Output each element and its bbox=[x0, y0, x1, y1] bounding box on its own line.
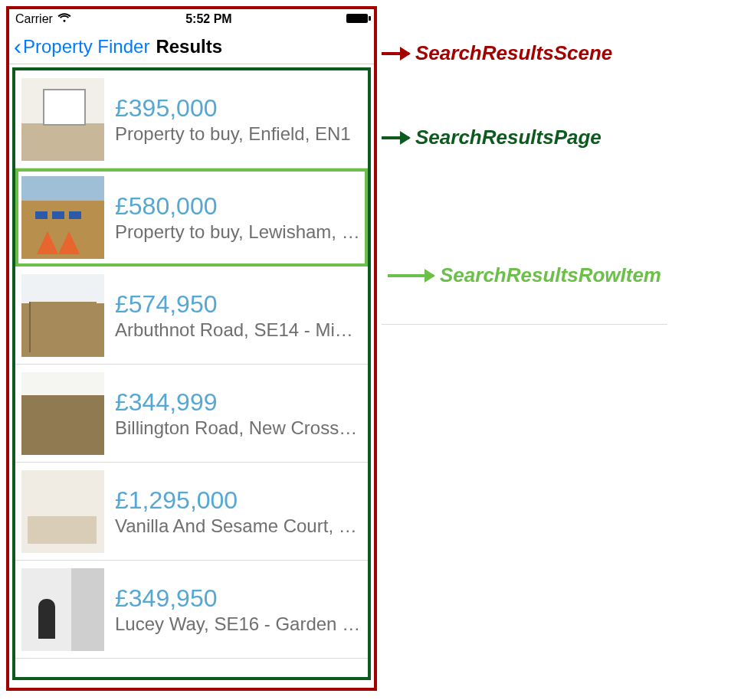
search-results-scene: Carrier 5:52 PM ‹ Property Finder Result… bbox=[6, 6, 377, 691]
status-bar: Carrier 5:52 PM bbox=[9, 9, 374, 29]
property-description: Arbuthnot Road, SE14 - Mid-terrace bbox=[115, 319, 362, 341]
wifi-icon bbox=[57, 12, 71, 26]
back-chevron-icon[interactable]: ‹ bbox=[14, 35, 21, 58]
property-thumbnail bbox=[21, 568, 104, 651]
search-results-row-item[interactable]: £344,999 Billington Road, New Cross, SE1… bbox=[15, 365, 368, 463]
property-thumbnail bbox=[21, 78, 104, 161]
property-thumbnail bbox=[21, 176, 104, 259]
clock: 5:52 PM bbox=[185, 12, 231, 26]
annotation-page: SearchResultsPage bbox=[382, 126, 602, 149]
property-description: Property to buy, Enfield, EN1 bbox=[115, 123, 362, 145]
search-results-row-item[interactable]: £1,295,000 Vanilla And Sesame Court, SE1 bbox=[15, 463, 368, 561]
annotation-scene: SearchResultsScene bbox=[382, 41, 612, 65]
arrow-right-icon bbox=[382, 136, 409, 139]
arrow-right-icon bbox=[382, 52, 409, 55]
arrow-right-icon bbox=[388, 274, 434, 277]
property-thumbnail bbox=[21, 470, 104, 553]
search-results-row-item[interactable]: £574,950 Arbuthnot Road, SE14 - Mid-terr… bbox=[15, 267, 368, 365]
property-thumbnail bbox=[21, 372, 104, 455]
carrier-label: Carrier bbox=[15, 12, 53, 26]
search-results-page: £395,000 Property to buy, Enfield, EN1 £… bbox=[12, 67, 371, 680]
search-results-row-item[interactable]: £580,000 Property to buy, Lewisham, SE13 bbox=[15, 168, 368, 267]
battery-icon bbox=[346, 14, 368, 23]
property-thumbnail bbox=[21, 274, 104, 357]
property-description: Billington Road, New Cross, SE14 bbox=[115, 417, 362, 439]
annotation-label: SearchResultsRowItem bbox=[440, 263, 661, 287]
annotation-row: SearchResultsRowItem bbox=[382, 227, 667, 325]
nav-title: Results bbox=[156, 36, 222, 57]
annotation-label: SearchResultsScene bbox=[415, 41, 612, 65]
property-description: Lucey Way, SE16 - Garden flat bbox=[115, 613, 362, 635]
back-button[interactable]: Property Finder bbox=[23, 36, 149, 57]
property-price: £344,999 bbox=[115, 388, 362, 417]
property-price: £395,000 bbox=[115, 93, 362, 123]
property-price: £1,295,000 bbox=[115, 486, 362, 515]
property-price: £580,000 bbox=[115, 191, 362, 221]
property-price: £574,950 bbox=[115, 289, 362, 319]
annotation-label: SearchResultsPage bbox=[415, 126, 602, 149]
property-description: Property to buy, Lewisham, SE13 bbox=[115, 221, 362, 243]
search-results-row-item[interactable]: £349,950 Lucey Way, SE16 - Garden flat bbox=[15, 561, 368, 659]
property-price: £349,950 bbox=[115, 584, 362, 613]
nav-bar: ‹ Property Finder Results bbox=[9, 29, 374, 64]
property-description: Vanilla And Sesame Court, SE1 bbox=[115, 515, 362, 537]
search-results-row-item[interactable]: £395,000 Property to buy, Enfield, EN1 bbox=[15, 70, 368, 168]
